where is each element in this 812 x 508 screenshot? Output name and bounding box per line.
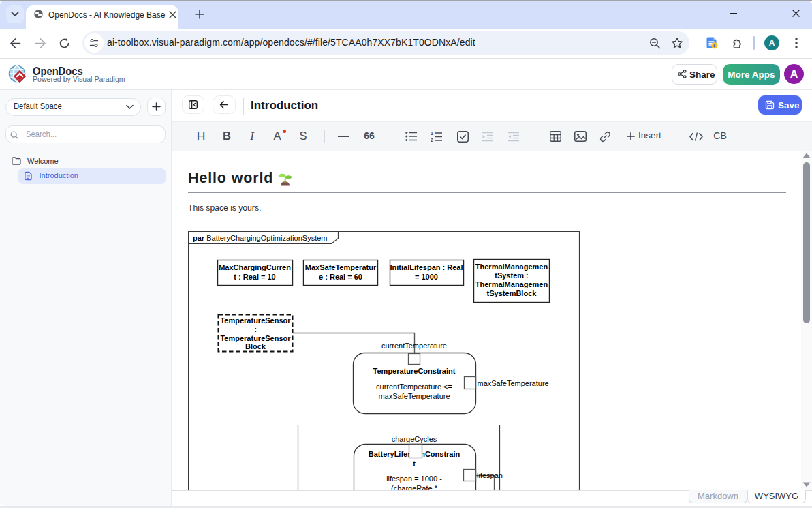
svg-text:ThermalManagemen: ThermalManagemen bbox=[475, 280, 548, 288]
svg-text:1: 1 bbox=[431, 131, 433, 136]
svg-text:tSystem :: tSystem : bbox=[495, 271, 529, 280]
svg-text:Block: Block bbox=[245, 342, 266, 350]
svg-text:(chargeRate *: (chargeRate * bbox=[391, 484, 438, 490]
svg-text:TemperatureSensor: TemperatureSensor bbox=[220, 316, 291, 325]
svg-text::: : bbox=[254, 325, 257, 333]
svg-text:TemperatureConstraint: TemperatureConstraint bbox=[373, 367, 456, 375]
svg-text:MaxSafeTemperatur: MaxSafeTemperatur bbox=[305, 263, 377, 271]
svg-text:chargeCycles: chargeCycles bbox=[392, 435, 437, 443]
svg-text:maxSafeTemperature: maxSafeTemperature bbox=[378, 392, 450, 400]
svg-text:t : Real = 10: t : Real = 10 bbox=[234, 273, 275, 281]
svg-text:InitialLifespan : Real: InitialLifespan : Real bbox=[390, 263, 463, 271]
svg-text:= 1000: = 1000 bbox=[415, 273, 438, 281]
svg-text:lifespan = 1000 -: lifespan = 1000 - bbox=[386, 475, 442, 483]
svg-text:TemperatureSensor: TemperatureSensor bbox=[220, 334, 291, 342]
svg-text:ThermalManagemen: ThermalManagemen bbox=[475, 263, 548, 271]
svg-text:MaxChargingCurren: MaxChargingCurren bbox=[219, 263, 291, 271]
svg-text:t: t bbox=[413, 460, 416, 468]
svg-text:lifespan: lifespan bbox=[477, 471, 503, 479]
svg-text:tSystemBlock: tSystemBlock bbox=[487, 289, 537, 297]
svg-text:par BatteryChargingOptimizatio: par BatteryChargingOptimizationSystem bbox=[193, 234, 327, 242]
svg-text:currentTemperature <=: currentTemperature <= bbox=[376, 383, 452, 391]
svg-text:currentTemperature: currentTemperature bbox=[381, 342, 447, 350]
svg-text:e : Real = 60: e : Real = 60 bbox=[319, 273, 362, 281]
svg-text:maxSafeTemperature: maxSafeTemperature bbox=[478, 379, 549, 387]
svg-text:2: 2 bbox=[431, 138, 433, 143]
